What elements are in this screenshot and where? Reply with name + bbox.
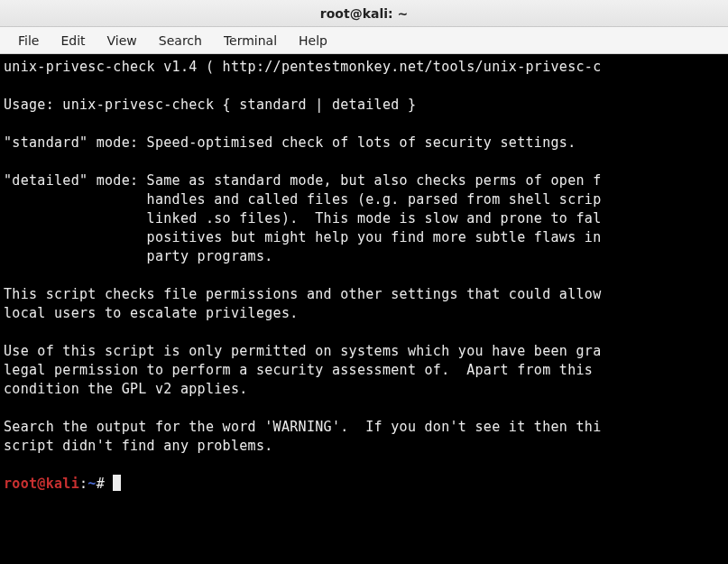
menu-edit[interactable]: Edit [50,30,96,51]
prompt-sep: : [79,476,88,492]
menu-terminal[interactable]: Terminal [213,30,288,51]
prompt-user: root@kali [4,476,79,492]
window-title: root@kali: ~ [320,6,408,21]
menu-file[interactable]: File [7,30,50,51]
terminal-area[interactable]: unix-privesc-check v1.4 ( http://pentest… [0,54,728,564]
prompt-path: ~ [88,476,96,492]
terminal-cursor [113,475,121,491]
menu-help[interactable]: Help [288,30,338,51]
menubar: File Edit View Search Terminal Help [0,27,728,54]
menu-search[interactable]: Search [148,30,213,51]
menu-view[interactable]: View [97,30,148,51]
prompt-symbol: # [97,476,105,492]
window-titlebar: root@kali: ~ [0,0,728,27]
terminal-output: unix-privesc-check v1.4 ( http://pentest… [4,59,601,454]
